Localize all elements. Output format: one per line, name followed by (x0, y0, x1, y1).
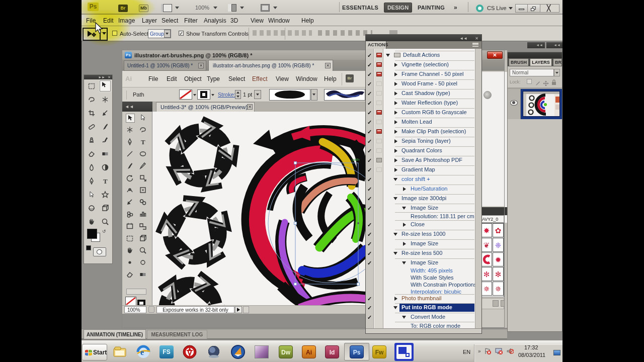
svg-text:T: T (141, 138, 145, 146)
svg-text:path: path (352, 157, 360, 162)
svg-text:T: T (103, 177, 108, 185)
svg-text:e: e (140, 348, 144, 356)
